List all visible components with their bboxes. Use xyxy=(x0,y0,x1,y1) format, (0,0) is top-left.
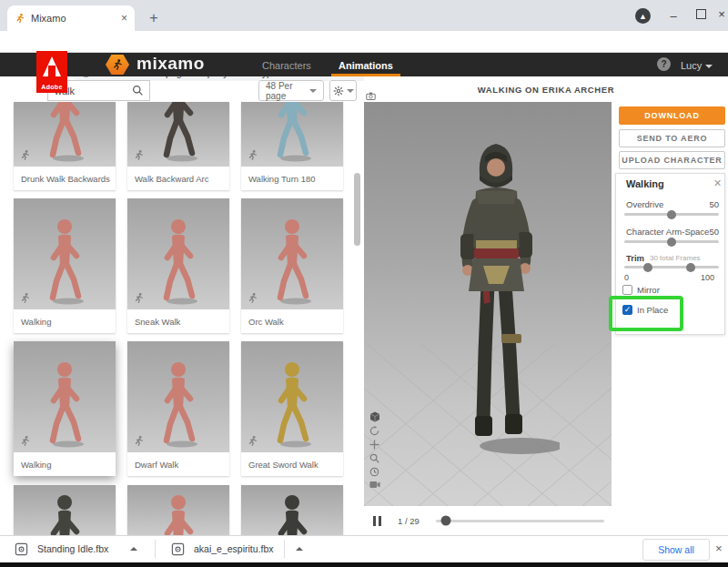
trim-range-slider[interactable] xyxy=(624,266,719,268)
overdrive-slider-thumb[interactable] xyxy=(667,210,676,219)
trim-end-thumb[interactable] xyxy=(686,263,695,272)
download-file-name: akai_e_espiritu.fbx xyxy=(194,543,274,554)
download-file-name: Standing Idle.fbx xyxy=(37,543,108,554)
grid-scrollbar-thumb[interactable] xyxy=(354,173,360,246)
camera-icon[interactable] xyxy=(366,92,376,100)
animation-thumbnail xyxy=(127,485,229,537)
animation-card[interactable]: Drunk Walk Backwards xyxy=(14,102,116,190)
reset-clock-icon[interactable] xyxy=(369,467,379,477)
playback-slider[interactable] xyxy=(436,520,604,522)
user-menu[interactable]: Lucy xyxy=(681,60,713,71)
upload-character-button[interactable]: UPLOAD CHARACTER xyxy=(619,151,725,169)
animation-card-label: Great Sword Walk xyxy=(241,452,343,476)
gear-icon xyxy=(333,86,344,96)
mixamo-wordmark[interactable]: mixamo xyxy=(136,54,205,74)
animation-card-label: Walking xyxy=(14,452,116,476)
animation-thumbnail xyxy=(14,102,116,167)
animation-card[interactable]: Walking xyxy=(14,198,116,333)
animation-thumbnail xyxy=(241,485,343,537)
trim-max-label: 100 xyxy=(701,273,714,282)
motion-icon xyxy=(247,292,258,304)
frame-counter: 1 / 29 xyxy=(398,516,420,526)
orbit-icon[interactable] xyxy=(369,426,379,436)
animation-card-label: Drunk Walk Backwards xyxy=(14,167,116,190)
animation-card-label: Orc Walk xyxy=(241,309,343,333)
download-item[interactable]: Standing Idle.fbx xyxy=(4,535,148,562)
panel-close-icon[interactable]: ✕ xyxy=(713,177,722,189)
download-item[interactable]: akai_e_espiritu.fbx xyxy=(160,535,314,562)
animation-thumbnail xyxy=(127,102,229,167)
character-figure xyxy=(150,215,207,306)
settings-button[interactable] xyxy=(329,80,357,101)
animation-card[interactable]: Great Sword Walk xyxy=(241,341,343,476)
erika-archer-character xyxy=(432,138,560,466)
mirror-checkbox[interactable] xyxy=(622,285,632,295)
trim-start-thumb[interactable] xyxy=(643,263,652,272)
character-figure xyxy=(150,491,207,537)
animation-card[interactable] xyxy=(241,485,343,537)
animation-card[interactable]: Walking Turn 180 xyxy=(241,102,343,190)
viewer-toolbar xyxy=(369,411,380,489)
help-icon[interactable]: ? xyxy=(657,57,671,71)
adobe-logo[interactable]: Adobe xyxy=(36,51,67,93)
window-close-button[interactable]: × xyxy=(715,7,728,20)
browser-tab[interactable]: Mixamo × xyxy=(7,5,135,31)
viewer-stage[interactable] xyxy=(364,102,612,506)
tab-characters[interactable]: Characters xyxy=(262,60,311,71)
download-button[interactable]: DOWNLOAD xyxy=(619,106,725,125)
animation-card[interactable]: Orc Walk xyxy=(241,198,343,333)
chevron-up-icon[interactable] xyxy=(130,547,137,551)
animation-card[interactable]: Walk Backward Arc xyxy=(127,102,229,190)
video-camera-icon[interactable] xyxy=(369,481,380,489)
annotation-highlight-box xyxy=(609,296,683,331)
tab-animations[interactable]: Animations xyxy=(339,60,393,71)
send-to-aero-button[interactable]: SEND TO AERO xyxy=(619,129,725,147)
character-figure xyxy=(36,215,93,306)
pan-icon[interactable] xyxy=(369,440,379,450)
animation-thumbnail xyxy=(14,485,116,537)
show-all-button[interactable]: Show all xyxy=(642,539,710,561)
character-figure xyxy=(150,102,207,163)
cube-icon[interactable] xyxy=(369,411,380,422)
arm-space-slider[interactable] xyxy=(624,240,719,243)
animation-thumbnail xyxy=(14,341,116,452)
motion-icon xyxy=(19,292,31,304)
window-maximize-button[interactable] xyxy=(696,9,706,19)
animation-card[interactable] xyxy=(14,485,116,537)
character-figure xyxy=(36,358,93,449)
per-page-select[interactable]: 48 Per page xyxy=(258,80,324,101)
motion-icon xyxy=(247,435,258,447)
downloads-close-icon[interactable]: × xyxy=(715,542,723,555)
file-icon xyxy=(171,542,185,556)
chevron-up-icon[interactable] xyxy=(296,547,303,551)
chevron-down-icon xyxy=(705,65,713,68)
animation-card[interactable]: Dwarf Walk xyxy=(127,341,229,476)
character-figure xyxy=(264,491,320,537)
animation-card-label: Sneak Walk xyxy=(127,309,229,333)
animation-thumbnail xyxy=(127,198,229,309)
window-minimize-button[interactable]: – xyxy=(667,13,680,25)
animation-thumbnail xyxy=(127,341,229,452)
playback-slider-thumb[interactable] xyxy=(440,516,450,526)
animation-thumbnail xyxy=(241,341,343,452)
browser-update-icon[interactable]: ▲ xyxy=(635,8,651,24)
pause-button[interactable] xyxy=(373,516,381,526)
animation-card-selected[interactable]: Walking xyxy=(14,341,116,476)
search-icon[interactable] xyxy=(132,85,144,96)
overdrive-slider[interactable] xyxy=(624,213,719,216)
motion-icon xyxy=(19,435,31,447)
divider xyxy=(284,540,285,558)
file-icon xyxy=(15,542,28,556)
viewer-title: WALKING ON ERIKA ARCHER xyxy=(364,85,728,95)
mirror-checkbox-row[interactable]: Mirror xyxy=(622,285,660,295)
mirror-label: Mirror xyxy=(637,285,660,295)
animation-card[interactable]: Sneak Walk xyxy=(127,198,229,333)
mixamo-favicon xyxy=(15,13,25,24)
tab-close-icon[interactable]: × xyxy=(121,13,127,24)
new-tab-button[interactable]: + xyxy=(144,8,164,28)
overdrive-value: 50 xyxy=(628,199,719,209)
arm-space-slider-thumb[interactable] xyxy=(667,238,676,247)
arm-space-value: 50 xyxy=(628,227,719,237)
animation-card[interactable] xyxy=(127,485,229,537)
zoom-icon[interactable] xyxy=(369,453,379,463)
